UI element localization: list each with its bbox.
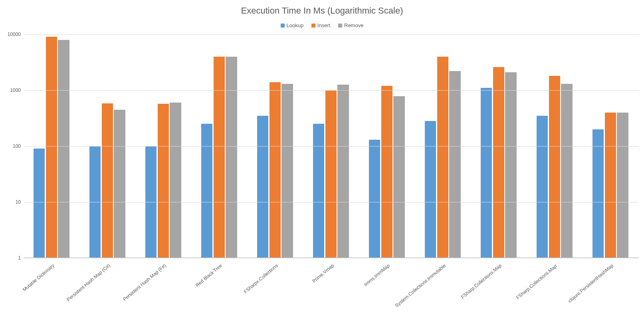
legend-label-remove: Remove [344, 22, 363, 28]
legend-item-lookup: Lookup [281, 22, 304, 28]
x-tick-label: Imms.ImmMap [363, 263, 391, 287]
legend-item-remove: Remove [338, 22, 363, 28]
bar [114, 110, 125, 258]
bar [170, 103, 181, 258]
bar [269, 82, 281, 258]
bar [325, 90, 337, 258]
chart-title: Execution Time In Ms (Logarithmic Scale) [0, 6, 644, 16]
x-tick-label: System.Collections.Immutable [394, 263, 447, 308]
bar [381, 86, 392, 258]
bar [257, 116, 268, 258]
bar [481, 88, 492, 258]
bar [592, 129, 604, 258]
gridline [24, 202, 639, 202]
gridline [24, 146, 639, 147]
bar [46, 37, 57, 258]
x-tick-label: Red Black Tree [194, 263, 223, 288]
bar [617, 113, 628, 258]
x-tick-label: clojure.PersistentHashMap [567, 263, 614, 304]
gridline [24, 258, 639, 258]
bar [369, 140, 380, 258]
legend-swatch-lookup [281, 24, 285, 28]
bar [605, 113, 616, 258]
bar [214, 57, 225, 258]
y-tick-label: 1000 [10, 87, 21, 93]
legend-swatch-insert [311, 24, 315, 28]
bar [337, 85, 349, 258]
bar [549, 76, 560, 258]
bar [226, 57, 237, 258]
x-tick-label: FSharp.Collections.Map [460, 263, 503, 300]
bar [281, 84, 293, 258]
bar [437, 57, 448, 258]
legend-item-insert: Insert [311, 22, 331, 28]
bar [58, 40, 69, 258]
plot-area: 110100100010000 [24, 34, 639, 258]
legend-label-lookup: Lookup [287, 22, 304, 28]
chart-container: Execution Time In Ms (Logarithmic Scale)… [0, 0, 644, 313]
x-tick-label: FSharp.Collections.Map' [515, 263, 559, 301]
y-tick-label: 1 [18, 255, 21, 261]
y-tick-label: 10000 [8, 32, 21, 37]
y-tick-label: 100 [13, 143, 21, 149]
x-tick-label: Persistent Hash Map (C#) [65, 263, 111, 302]
bar [313, 124, 324, 258]
bar [102, 103, 113, 258]
bar [425, 121, 436, 258]
bar [201, 124, 212, 258]
gridline [24, 34, 639, 35]
bar [449, 71, 460, 258]
x-tick-label: Persistent Hash Map (F#) [122, 263, 167, 302]
bar [158, 104, 169, 258]
chart-legend: Lookup Insert Remove [0, 22, 644, 29]
x-tick-label: Mutable Dictionary [22, 263, 55, 293]
legend-label-insert: Insert [317, 22, 331, 28]
bar [561, 84, 572, 258]
x-tick-label: Prime.Vmap [311, 263, 335, 284]
x-axis-labels: Mutable DictionaryPersistent Hash Map (C… [24, 260, 639, 311]
x-tick-label: FSharpx.Collections [243, 263, 279, 295]
bar [537, 116, 548, 258]
legend-swatch-remove [338, 24, 342, 28]
bar [505, 72, 516, 258]
bar [34, 149, 45, 258]
gridline [24, 90, 639, 91]
bar [493, 67, 504, 258]
y-tick-label: 10 [16, 199, 21, 205]
bar [393, 96, 404, 258]
